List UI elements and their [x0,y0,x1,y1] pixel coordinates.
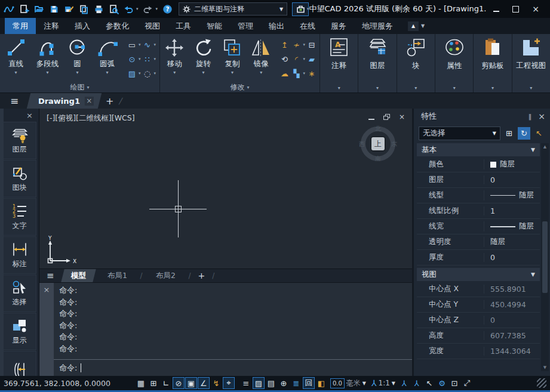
sidebar-item-text[interactable]: 123 文字 [3,198,36,236]
fillet-tool[interactable]: ◜▾ [291,52,306,66]
layout-tab-model[interactable]: 模型 [61,269,96,282]
view-cube-compass[interactable]: 北 南 西 东 上 [361,126,395,161]
undo-icon[interactable] [123,4,134,14]
document-menu-icon[interactable]: ≡ [6,95,23,107]
auto-annotation-scale-icon[interactable]: ⅄ [411,377,423,389]
section-basic-chevron[interactable]: ▼ [531,147,535,153]
property-row-color[interactable]: 颜色 随层 [417,157,540,172]
point-tool[interactable]: ∷▾ [142,52,156,66]
pickadd-toggle-icon[interactable]: ↖ [533,127,545,140]
region-cloud-tool[interactable]: ☁ [279,66,290,81]
polar-tracking-icon[interactable]: ⊘ [173,377,185,389]
layout-tab-layout2[interactable]: 布局2 [146,269,185,282]
rectangle-tool[interactable]: ▭▾ [127,38,141,52]
resize-grip[interactable] [537,378,546,388]
rotate-button[interactable]: 旋转 ▾ [189,36,217,75]
move-button[interactable]: 移动 ▾ [160,36,189,75]
annotation-chevron[interactable]: ▾ [338,85,340,91]
selection-cycling-icon[interactable]: ↖ [423,377,435,389]
units-control[interactable]: 0.0 毫米 ▼ [330,378,366,388]
panel-engineering-view[interactable]: 工程视图 ▾ [512,34,550,92]
lineweight-display-icon[interactable]: ≣ [290,377,302,389]
auto-tracking-icon[interactable]: ↯ [210,377,222,389]
tab-manage[interactable]: 管理 [230,18,261,34]
sidebar-grabber[interactable] [0,109,4,376]
clean-screen-icon[interactable]: ⤢ [461,377,473,389]
command-panel-grabber[interactable]: × [39,283,54,376]
compass-north[interactable]: 北 [375,125,381,133]
minimize-button[interactable] [493,7,499,12]
document-tab-drawing1[interactable]: Drawing1 × [27,93,102,109]
tab-smart[interactable]: 智能 [199,18,230,34]
new-file-icon[interactable] [19,4,29,14]
line-button[interactable]: 直线 ▾ [0,36,32,75]
tab-tools[interactable]: 工具 [168,18,199,34]
close-button[interactable]: × [532,5,539,13]
circle-button[interactable]: 圆 ▾ [63,36,91,75]
maximize-button[interactable] [512,6,519,13]
property-row-height[interactable]: 高度 607.7385 [417,328,540,344]
command-close-icon[interactable]: × [44,285,50,376]
revision-cloud-chevron[interactable]: ▾ [154,71,156,76]
scroll-up-icon[interactable]: ▲ [543,144,546,149]
new-document-tab-button[interactable]: + [106,95,113,107]
sidebar-item-select[interactable]: 选择 [3,274,36,312]
draw-panel-label[interactable]: 绘图▾ [0,82,159,92]
arc-chevron[interactable]: ▾ [106,70,108,75]
sidebar-item-block[interactable]: 图块 [3,160,36,197]
property-row-transparency[interactable]: 透明度 随层 [417,234,540,250]
property-row-center-x[interactable]: 中心点 X 555.8901 [417,282,540,297]
model-paper-toggle-icon[interactable]: ◧ [315,377,327,389]
property-row-linetype[interactable]: 线型 随层 [417,188,540,203]
scrollbar-thumb[interactable] [542,221,548,293]
fillet-chevron[interactable]: ▾ [303,57,306,61]
rotate-chevron[interactable]: ▾ [202,70,205,75]
workspace-dropdown[interactable]: 二维草图与注释 ▼ [179,2,287,16]
tab-services[interactable]: 服务 [323,18,354,34]
layout-tab-layout1[interactable]: 布局1 [97,269,137,282]
tab-insert[interactable]: 插入 [67,18,98,34]
scroll-down-icon[interactable]: ▼ [543,365,546,370]
viewport-icon[interactable]: 回 [303,377,315,389]
hardware-acceleration-icon[interactable]: ⊡ [448,377,460,389]
object-snap-tracking-icon[interactable]: ∠ [198,377,210,389]
property-row-linetype-scale[interactable]: 线型比例 1 [417,203,540,219]
explode-tool[interactable]: ∗ [306,66,317,81]
annotation-scale-control[interactable]: ⅄ 1:1 ▼ [371,378,395,388]
viewport-close-button[interactable]: × [399,113,405,121]
array-tool[interactable]: ▚▾ [291,66,306,81]
mirror-button[interactable]: 镜像 ▾ [247,36,275,75]
spline-chevron[interactable]: ▾ [154,42,156,47]
add-selected-icon[interactable]: ⊕ [278,377,290,389]
scale-tool[interactable]: ⟲ [279,52,290,66]
command-input[interactable]: 命令: [54,359,412,376]
trim-chevron[interactable]: ▾ [303,42,306,47]
quick-select-icon[interactable]: ⊞ [503,127,515,140]
annotation-visibility-icon[interactable]: ⅄ [398,377,410,389]
modify-panel-label[interactable]: 修改▾ [160,82,319,92]
copy-icon[interactable] [78,4,89,14]
block-chevron[interactable]: ▾ [414,85,417,91]
print-icon[interactable] [93,4,104,14]
sidebar-item-layer[interactable]: 图层 [3,122,36,159]
new-layout-button[interactable]: + [196,271,208,280]
arc-button[interactable]: 圆弧 ▾ [91,36,123,75]
tab-home[interactable]: 常用 [5,18,36,34]
hatch-tool[interactable]: ▨▾ [127,66,141,81]
quick-properties-icon[interactable]: ▤ [265,377,277,389]
model-viewport[interactable]: [-][俯视][二维线框][WCS] × 北 南 西 东 上 YX [39,109,412,268]
app-logo-icon[interactable] [4,4,14,14]
transparency-icon[interactable]: ▨ [253,377,265,389]
settings-gear-icon[interactable]: ⚙ [436,377,448,389]
section-view-chevron[interactable]: ▼ [531,271,535,277]
copy-chevron[interactable]: ▾ [231,70,233,75]
viewport-controls-label[interactable]: [-][俯视][二维线框][WCS] [47,113,135,124]
dynamic-input-icon[interactable]: ⌖ [223,377,235,389]
ribbon-collapse-chevron[interactable]: ▼ [421,23,425,29]
property-row-layer[interactable]: 图层 0 [417,172,540,188]
layout-menu-icon[interactable]: ≡ [47,270,54,281]
document-tab-close-icon[interactable]: × [85,97,94,106]
clipboard-chevron[interactable]: ▾ [491,85,494,91]
viewport-restore-button[interactable] [383,114,390,120]
ribbon-collapse-button[interactable]: ▲ [408,21,419,31]
